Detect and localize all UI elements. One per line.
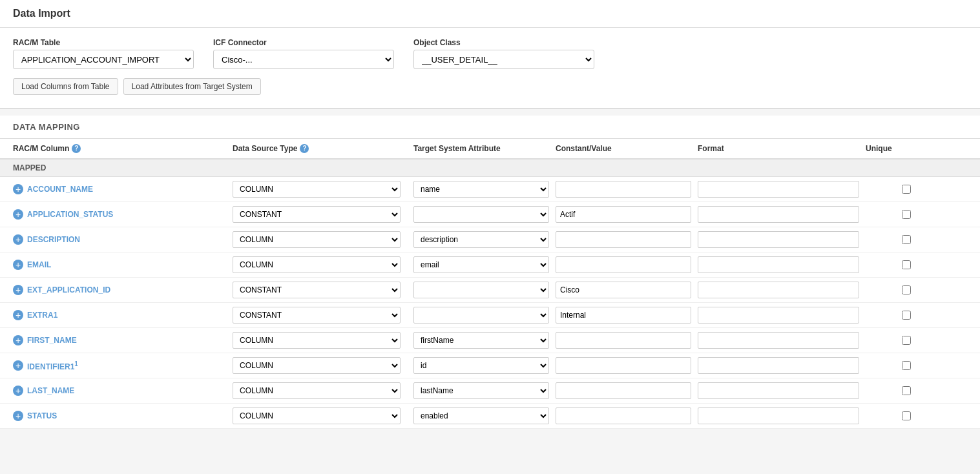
table-row: + IDENTIFIER11 COLUMNCONSTANTnamedescrip… xyxy=(0,353,980,378)
target-attribute-select[interactable]: namedescriptionemailfirstNameidlastNamee… xyxy=(413,206,549,223)
table-row: + FIRST_NAME COLUMNCONSTANTnamedescripti… xyxy=(0,328,980,353)
load-attributes-button[interactable]: Load Attributes from Target System xyxy=(123,78,261,95)
add-row-icon[interactable]: + xyxy=(13,260,23,270)
table-row: + LAST_NAME COLUMNCONSTANTnamedescriptio… xyxy=(0,378,980,404)
format-input[interactable] xyxy=(698,307,859,324)
unique-checkbox[interactable] xyxy=(902,311,911,320)
add-row-icon[interactable]: + xyxy=(13,285,23,295)
table-row: + EXTRA1 COLUMNCONSTANTnamedescriptionem… xyxy=(0,303,980,328)
add-row-icon[interactable]: + xyxy=(13,234,23,245)
target-attribute-select[interactable]: namedescriptionemailfirstNameidlastNamee… xyxy=(413,256,549,273)
data-source-type-select[interactable]: COLUMNCONSTANT xyxy=(233,332,401,349)
data-source-type-select[interactable]: COLUMNCONSTANT xyxy=(233,206,401,223)
section-title: DATA MAPPING xyxy=(0,116,980,138)
header-constant-value: Constant/Value xyxy=(556,144,698,153)
table-row: + STATUS COLUMNCONSTANTnamedescriptionem… xyxy=(0,404,980,429)
constant-value-input[interactable] xyxy=(556,231,691,248)
column-name: IDENTIFIER11 xyxy=(27,360,78,371)
format-input[interactable] xyxy=(698,181,859,198)
header-unique: Unique xyxy=(866,144,917,153)
data-source-type-select[interactable]: COLUMNCONSTANT xyxy=(233,181,401,198)
target-attribute-select[interactable]: namedescriptionemailfirstNameidlastNamee… xyxy=(413,181,549,198)
constant-value-input[interactable] xyxy=(556,181,691,198)
data-source-type-select[interactable]: COLUMNCONSTANT xyxy=(233,357,401,374)
header-target-attribute: Target System Attribute xyxy=(413,144,556,153)
constant-value-input[interactable] xyxy=(556,282,691,298)
unique-checkbox[interactable] xyxy=(902,235,911,244)
column-name: DESCRIPTION xyxy=(27,235,80,244)
racm-table-label: RAC/M Table xyxy=(13,38,194,47)
table-row: + ACCOUNT_NAME COLUMNCONSTANTnamedescrip… xyxy=(0,177,980,202)
header-racm-column: RAC/M Column ? xyxy=(13,144,233,153)
column-name: ACCOUNT_NAME xyxy=(27,185,93,194)
unique-checkbox[interactable] xyxy=(902,210,911,219)
add-row-icon[interactable]: + xyxy=(13,411,23,421)
unique-checkbox[interactable] xyxy=(902,361,911,370)
rows-container: + ACCOUNT_NAME COLUMNCONSTANTnamedescrip… xyxy=(0,177,980,429)
unique-checkbox[interactable] xyxy=(902,285,911,294)
unique-checkbox[interactable] xyxy=(902,185,911,194)
target-attribute-select[interactable]: namedescriptionemailfirstNameidlastNamee… xyxy=(413,407,549,424)
format-input[interactable] xyxy=(698,332,859,349)
target-attribute-select[interactable]: namedescriptionemailfirstNameidlastNamee… xyxy=(413,307,549,324)
format-input[interactable] xyxy=(698,282,859,298)
data-source-type-select[interactable]: COLUMNCONSTANT xyxy=(233,282,401,298)
constant-value-input[interactable] xyxy=(556,382,691,399)
data-source-type-select[interactable]: COLUMNCONSTANT xyxy=(233,256,401,273)
column-name: EXT_APPLICATION_ID xyxy=(27,285,110,294)
table-row: + APPLICATION_STATUS COLUMNCONSTANTnamed… xyxy=(0,202,980,227)
column-name: EXTRA1 xyxy=(27,311,57,320)
target-attribute-select[interactable]: namedescriptionemailfirstNameidlastNamee… xyxy=(413,332,549,349)
data-source-help-icon[interactable]: ? xyxy=(300,144,309,153)
target-attribute-select[interactable]: namedescriptionemailfirstNameidlastNamee… xyxy=(413,357,549,374)
header-format: Format xyxy=(698,144,866,153)
unique-checkbox[interactable] xyxy=(902,411,911,420)
format-input[interactable] xyxy=(698,382,859,399)
racm-column-help-icon[interactable]: ? xyxy=(72,144,81,153)
format-input[interactable] xyxy=(698,407,859,424)
constant-value-input[interactable] xyxy=(556,307,691,324)
unique-checkbox[interactable] xyxy=(902,386,911,395)
add-row-icon[interactable]: + xyxy=(13,184,23,194)
table-row: + EXT_APPLICATION_ID COLUMNCONSTANTnamed… xyxy=(0,278,980,303)
add-row-icon[interactable]: + xyxy=(13,209,23,220)
constant-value-input[interactable] xyxy=(556,256,691,273)
mapped-label: MAPPED xyxy=(0,159,980,177)
add-row-icon[interactable]: + xyxy=(13,386,23,396)
load-columns-button[interactable]: Load Columns from Table xyxy=(13,78,118,95)
racm-table-group: RAC/M Table APPLICATION_ACCOUNT_IMPORT xyxy=(13,38,194,69)
column-name: STATUS xyxy=(27,411,57,420)
target-attribute-select[interactable]: namedescriptionemailfirstNameidlastNamee… xyxy=(413,282,549,298)
icf-connector-select[interactable]: Cisco-... xyxy=(213,50,394,69)
object-class-group: Object Class __USER_DETAIL__ xyxy=(413,38,594,69)
add-row-icon[interactable]: + xyxy=(13,360,23,371)
data-source-type-select[interactable]: COLUMNCONSTANT xyxy=(233,382,401,399)
data-source-type-select[interactable]: COLUMNCONSTANT xyxy=(233,231,401,248)
add-row-icon[interactable]: + xyxy=(13,310,23,320)
constant-value-input[interactable] xyxy=(556,407,691,424)
unique-checkbox[interactable] xyxy=(902,260,911,269)
icf-connector-label: ICF Connector xyxy=(213,38,394,47)
add-row-icon[interactable]: + xyxy=(13,335,23,345)
column-name: FIRST_NAME xyxy=(27,336,77,345)
top-section: RAC/M Table APPLICATION_ACCOUNT_IMPORT I… xyxy=(0,28,980,109)
object-class-select[interactable]: __USER_DETAIL__ xyxy=(413,50,594,69)
unique-checkbox[interactable] xyxy=(902,336,911,345)
constant-value-input[interactable] xyxy=(556,357,691,374)
format-input[interactable] xyxy=(698,231,859,248)
target-attribute-select[interactable]: namedescriptionemailfirstNameidlastNamee… xyxy=(413,231,549,248)
constant-value-input[interactable] xyxy=(556,332,691,349)
table-row: + DESCRIPTION COLUMNCONSTANTnamedescript… xyxy=(0,227,980,252)
target-attribute-select[interactable]: namedescriptionemailfirstNameidlastNamee… xyxy=(413,382,549,399)
action-buttons: Load Columns from Table Load Attributes … xyxy=(13,78,967,95)
constant-value-input[interactable] xyxy=(556,206,691,223)
column-name: APPLICATION_STATUS xyxy=(27,210,113,219)
format-input[interactable] xyxy=(698,357,859,374)
format-input[interactable] xyxy=(698,256,859,273)
racm-table-select[interactable]: APPLICATION_ACCOUNT_IMPORT xyxy=(13,50,194,69)
data-source-type-select[interactable]: COLUMNCONSTANT xyxy=(233,307,401,324)
table-header: RAC/M Column ? Data Source Type ? Target… xyxy=(0,138,980,159)
data-source-type-select[interactable]: COLUMNCONSTANT xyxy=(233,407,401,424)
format-input[interactable] xyxy=(698,206,859,223)
data-mapping-section: DATA MAPPING RAC/M Column ? Data Source … xyxy=(0,116,980,429)
